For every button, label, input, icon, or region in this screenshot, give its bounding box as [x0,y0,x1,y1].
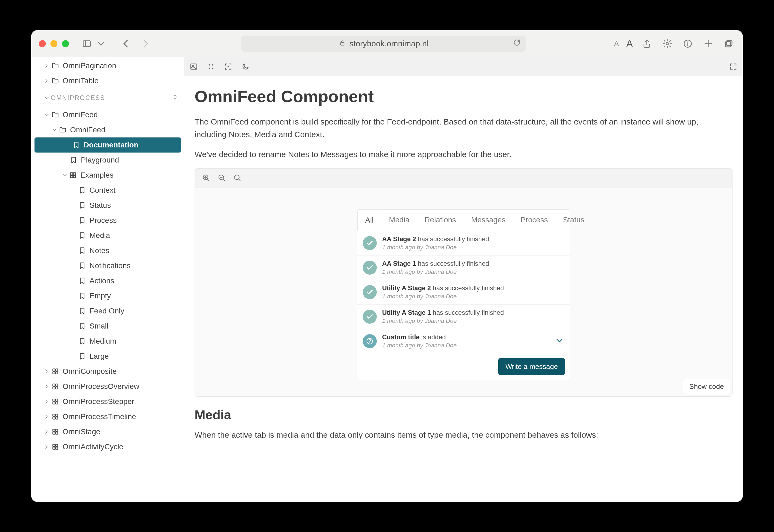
grid-icon [51,398,60,405]
feed-item-subtitle: 1 month ago by Joanna Doe [382,268,489,275]
sidebar-item-example-feed-only[interactable]: Feed Only [31,303,184,319]
url-text: storybook.omnimap.nl [350,39,429,48]
feed-item-title: Custom title is added [382,333,457,341]
toolbar-fullscreen-icon[interactable] [729,62,738,71]
omnifeed-component: AllMediaRelationsMessagesProcessStatus A… [357,209,570,380]
section-sort-icon[interactable] [172,94,179,102]
toolbar-grid-icon[interactable] [206,62,216,71]
toolbar-focus-icon[interactable] [224,62,233,71]
feed-tab-status[interactable]: Status [555,210,592,231]
sidebar-item-example-actions[interactable]: Actions [31,273,184,288]
sidebar-item-omnitable[interactable]: OmniTable [31,73,184,88]
sidebar-item-example-small[interactable]: Small [31,319,184,334]
sidebar-item-example-process[interactable]: Process [31,213,184,228]
zoom-in-icon[interactable] [202,174,210,183]
sidebar-item-omniprocessoverview[interactable]: OmniProcessOverview [31,379,184,394]
sidebar-item-omniactivitycycle[interactable]: OmniActivityCycle [31,439,184,454]
media-heading: Media [195,407,732,422]
storybook-sidebar: OmniPaginationOmniTable OMNIPROCESS Omni… [31,57,184,502]
sidebar-item-omnistage[interactable]: OmniStage [31,424,184,439]
toolbar-image-icon[interactable] [189,62,198,71]
sidebar-item-omnicomposite[interactable]: OmniComposite [31,364,184,379]
feed-tab-messages[interactable]: Messages [464,210,513,231]
feed-tab-process[interactable]: Process [513,210,555,231]
expand-chevron-icon[interactable] [556,337,563,346]
new-tab-button[interactable] [702,37,715,50]
bookmark-icon [78,202,87,209]
sidebar-item-documentation[interactable]: Documentation [34,137,181,153]
tab-overview-button[interactable] [722,37,735,50]
maximize-window-button[interactable] [62,40,69,47]
intro-paragraph-2: We've decided to rename Notes to Message… [195,148,732,161]
toolbar-theme-icon[interactable] [241,62,250,71]
zoom-out-icon[interactable] [217,174,226,183]
sidebar-item-omnipagination[interactable]: OmniPagination [31,58,184,73]
settings-button[interactable] [661,37,674,50]
sidebar-item-omniprocessstepper[interactable]: OmniProcessStepper [31,394,184,409]
sidebar-item-example-status[interactable]: Status [31,198,184,213]
feed-item[interactable]: Utility A Stage 2 has successfully finis… [357,280,570,305]
feed-item[interactable]: AA Stage 2 has successfully finished1 mo… [357,231,570,255]
sidebar-item-example-empty[interactable]: Empty [31,288,184,303]
bookmark-icon [78,247,87,254]
sidebar-item-example-context[interactable]: Context [31,183,184,198]
zoom-reset-icon[interactable] [233,174,241,183]
folder-icon [58,126,67,134]
feed-item-title: AA Stage 2 has successfully finished [382,235,489,243]
sidebar-item-omnifeed[interactable]: OmniFeed [31,107,184,122]
info-button[interactable] [681,37,694,50]
back-button[interactable] [119,37,132,50]
feed-tab-media[interactable]: Media [381,210,417,231]
forward-button[interactable] [140,37,153,50]
grid-icon [51,383,60,390]
sidebar-toggle-chevron-icon[interactable] [94,37,107,50]
feed-item[interactable]: Custom title is added1 month ago by Joan… [357,329,570,353]
question-icon [363,334,377,348]
sidebar-section-omniprocess[interactable]: OMNIPROCESS [31,88,184,107]
write-message-button[interactable]: Write a message [498,358,565,375]
check-icon [363,310,377,324]
sidebar-item-example-notes[interactable]: Notes [31,243,184,258]
sidebar-item-example-medium[interactable]: Medium [31,334,184,349]
sidebar-item-example-large[interactable]: Large [31,349,184,364]
bookmark-icon [78,353,87,360]
feed-item-title: Utility A Stage 2 has successfully finis… [382,284,504,292]
bookmark-icon [69,156,78,164]
bookmark-icon [78,292,87,300]
feed-item[interactable]: AA Stage 1 has successfully finished1 mo… [357,255,570,280]
check-icon [363,261,377,275]
browser-window: storybook.omnimap.nl A A OmniPaginationO… [31,30,743,502]
feed-tab-relations[interactable]: Relations [417,210,464,231]
minimize-window-button[interactable] [50,40,57,47]
bookmark-icon [78,307,87,315]
sidebar-item-example-notifications[interactable]: Notifications [31,258,184,273]
feed-tab-all[interactable]: All [357,210,381,231]
bookmark-icon [78,337,87,345]
share-button[interactable] [640,37,653,50]
sidebar-item-examples[interactable]: Examples [31,168,184,183]
sidebar-item-omniprocesstimeline[interactable]: OmniProcessTimeline [31,409,184,424]
text-size-small-button[interactable]: A [614,39,619,48]
bookmark-icon [78,217,87,224]
check-icon [363,285,377,299]
browser-chrome: storybook.omnimap.nl A A [31,30,743,57]
feed-item-subtitle: 1 month ago by Joanna Doe [382,293,504,300]
url-bar[interactable]: storybook.omnimap.nl [241,36,526,52]
sidebar-item-playground[interactable]: Playground [31,153,184,168]
sidebar-item-omnifeed-child[interactable]: OmniFeed [31,122,184,137]
feed-item-title: AA Stage 1 has successfully finished [382,260,489,267]
reload-button[interactable] [513,39,521,49]
intro-paragraph-1: The OmniFeed component is build specific… [195,116,732,141]
text-size-large-button[interactable]: A [626,38,633,49]
show-code-button[interactable]: Show code [683,379,730,394]
grid-icon [51,443,60,451]
feed-item-title: Utility A Stage 1 has successfully finis… [382,309,504,316]
feed-item[interactable]: Utility A Stage 1 has successfully finis… [357,305,570,329]
bookmark-icon [78,277,87,285]
doc-body: OmniFeed Component The OmniFeed componen… [184,76,743,502]
traffic-lights [39,40,69,47]
close-window-button[interactable] [39,40,46,47]
sidebar-item-example-media[interactable]: Media [31,228,184,243]
content-pane: OmniFeed Component The OmniFeed componen… [184,57,743,502]
sidebar-toggle-button[interactable] [80,37,93,50]
